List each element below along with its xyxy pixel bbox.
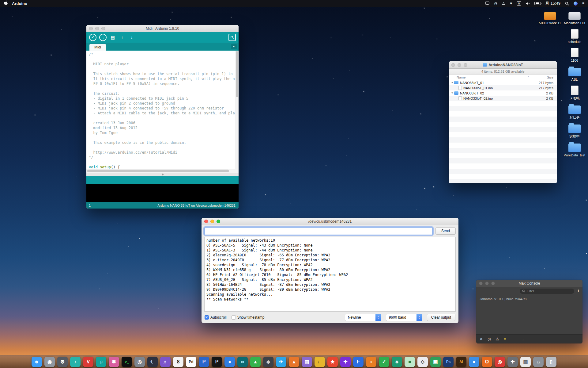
minimize-button[interactable] bbox=[95, 27, 99, 30]
dock-item[interactable]: ✽ bbox=[109, 357, 119, 367]
dock-item[interactable]: ✓ bbox=[379, 357, 389, 367]
max-console-titlebar[interactable]: Max Console bbox=[476, 280, 582, 287]
desktop-icon-1106[interactable]: 1106 bbox=[562, 47, 587, 62]
dock-item[interactable]: ∞ bbox=[237, 357, 248, 367]
baud-rate-select[interactable]: 9600 baud ▲▼ bbox=[386, 314, 422, 321]
dock-item[interactable]: Pd bbox=[186, 357, 196, 367]
dock-item[interactable]: ✚ bbox=[340, 357, 351, 367]
finder-row[interactable]: NANO33IoT_01.ino217 bytes bbox=[449, 85, 557, 90]
desktop-icon-schedule[interactable]: schedule bbox=[562, 29, 587, 44]
desktop-icon-実験中[interactable]: 実験中 bbox=[562, 123, 587, 138]
filter-lines-icon[interactable]: ≡ bbox=[504, 337, 506, 341]
close-button[interactable] bbox=[479, 282, 483, 285]
dock-item[interactable]: Ps bbox=[443, 357, 454, 367]
clear-console-icon[interactable]: ✕ bbox=[480, 337, 483, 341]
dock-item[interactable]: ✚ bbox=[507, 357, 518, 367]
tab-menu-button[interactable]: ▼ bbox=[231, 44, 237, 49]
eject-icon[interactable]: ⏏ bbox=[502, 1, 505, 6]
dock-item[interactable]: ■ bbox=[405, 357, 415, 367]
minimize-button[interactable] bbox=[458, 63, 461, 67]
new-sketch-button[interactable]: ▤ bbox=[109, 34, 116, 41]
zoom-button[interactable] bbox=[491, 282, 495, 285]
clear-output-button[interactable]: Clear output bbox=[427, 314, 455, 321]
dock-item[interactable]: ♣ bbox=[392, 357, 402, 367]
dock-item[interactable]: ★ bbox=[327, 357, 338, 367]
open-sketch-button[interactable]: ↑ bbox=[119, 34, 126, 41]
dock-item[interactable]: ☻ bbox=[32, 357, 42, 367]
add-button[interactable]: + bbox=[577, 288, 580, 294]
vertical-scroll-thumb[interactable] bbox=[236, 51, 238, 97]
dock-item[interactable]: ▥ bbox=[520, 357, 531, 367]
dock-item[interactable]: ⌂ bbox=[533, 357, 544, 367]
time-machine-icon[interactable]: ◷ bbox=[494, 1, 497, 6]
dock-item[interactable]: ✈ bbox=[276, 357, 286, 367]
menu-clock[interactable]: 月 15:49 bbox=[545, 1, 560, 6]
disclosure-triangle[interactable]: ▼ bbox=[450, 92, 454, 94]
finder-row[interactable]: NANO33IoT_02.ino2 KB bbox=[449, 96, 557, 101]
code-editor[interactable]: /* MIDI note player This sketch shows ho… bbox=[86, 51, 239, 169]
dock-item[interactable]: ◎ bbox=[495, 357, 505, 367]
finder-row[interactable]: ▼NANO33IoT_022 KB bbox=[449, 90, 557, 96]
serial-input-field[interactable] bbox=[204, 227, 433, 235]
dock-item[interactable]: ◆ bbox=[263, 357, 273, 367]
minimize-button[interactable] bbox=[485, 282, 489, 285]
heart-icon[interactable]: ♥ bbox=[510, 1, 512, 6]
dock-item[interactable]: ☾ bbox=[147, 357, 158, 367]
dock-item[interactable]: ◇ bbox=[417, 357, 428, 367]
save-sketch-button[interactable]: ↓ bbox=[128, 34, 135, 41]
display-icon[interactable] bbox=[485, 2, 489, 5]
error-warning-icon[interactable]: ⚠ bbox=[496, 337, 499, 341]
column-header-size[interactable]: Size bbox=[531, 75, 557, 80]
autoscroll-checkbox[interactable]: ✓ Autoscroll bbox=[205, 315, 227, 320]
dock-item[interactable]: P bbox=[212, 357, 222, 367]
clock-icon[interactable]: ◷ bbox=[488, 337, 491, 341]
disclosure-triangle[interactable]: ▼ bbox=[450, 81, 454, 84]
horizontal-scroll-thumb[interactable] bbox=[87, 170, 229, 172]
dock-item[interactable]: P bbox=[199, 357, 209, 367]
desktop-icon-macintosh-hd[interactable]: Macintosh HD bbox=[562, 10, 587, 25]
column-header-name[interactable]: Name ^ bbox=[449, 75, 531, 79]
dock-item[interactable]: 8 bbox=[173, 357, 183, 367]
horizontal-scrollbar[interactable] bbox=[86, 169, 239, 173]
dock-item[interactable]: ♫ bbox=[96, 357, 106, 367]
dock-item[interactable]: F bbox=[353, 357, 364, 367]
spotlight-icon[interactable] bbox=[565, 2, 569, 6]
volume-icon[interactable] bbox=[526, 2, 530, 5]
minimize-button[interactable] bbox=[210, 220, 214, 223]
show-timestamp-checkbox[interactable]: Show timestamp bbox=[232, 315, 265, 320]
notification-center-icon[interactable]: ≡ bbox=[582, 1, 584, 6]
dock-item[interactable]: ▤ bbox=[302, 357, 312, 367]
desktop-icon-メモ帳[interactable]: メモ帳 bbox=[562, 85, 587, 100]
dock-item[interactable]: ♪ bbox=[70, 357, 81, 367]
zoom-button[interactable] bbox=[464, 63, 467, 67]
dock-item[interactable]: ◎ bbox=[134, 357, 145, 367]
apple-menu-icon[interactable] bbox=[4, 1, 8, 6]
desktop-icon-puredata_test[interactable]: PureData_test bbox=[562, 142, 587, 157]
console-resize-handle[interactable] bbox=[86, 173, 239, 176]
arduino-titlebar[interactable]: Midi | Arduino 1.8.10 bbox=[86, 25, 239, 32]
dock-item[interactable]: ▲ bbox=[250, 357, 261, 367]
siri-icon[interactable] bbox=[574, 2, 578, 6]
dock-item[interactable]: ◗ bbox=[366, 357, 376, 367]
vertical-scrollbar[interactable] bbox=[235, 51, 239, 169]
checkbox-unchecked-icon[interactable] bbox=[232, 315, 236, 320]
zoom-button[interactable] bbox=[101, 27, 105, 30]
tab-midi[interactable]: Midi bbox=[89, 44, 106, 51]
finder-titlebar[interactable]: ArduinoNANO33IoT bbox=[449, 61, 557, 69]
close-button[interactable] bbox=[451, 63, 455, 67]
dock-item[interactable]: >_ bbox=[122, 357, 132, 367]
filter-field[interactable]: Filter bbox=[520, 289, 574, 294]
checkbox-checked-icon[interactable]: ✓ bbox=[205, 315, 209, 320]
serial-monitor-button[interactable] bbox=[228, 34, 236, 41]
battery-icon[interactable] bbox=[534, 2, 541, 5]
input-source-icon[interactable]: A bbox=[517, 1, 521, 6]
serial-titlebar[interactable]: /dev/cu.usbmodem146231 bbox=[202, 218, 458, 225]
dock-item[interactable]: ♬ bbox=[160, 357, 171, 367]
send-button[interactable]: Send bbox=[435, 227, 456, 235]
zoom-button[interactable] bbox=[217, 220, 220, 223]
dock-item[interactable]: ▣ bbox=[430, 357, 441, 367]
close-button[interactable] bbox=[204, 220, 208, 223]
back-arrow-icon[interactable]: ← bbox=[522, 337, 526, 342]
upload-button[interactable]: → bbox=[99, 34, 107, 41]
line-ending-select[interactable]: Newline ▲▼ bbox=[345, 314, 381, 321]
